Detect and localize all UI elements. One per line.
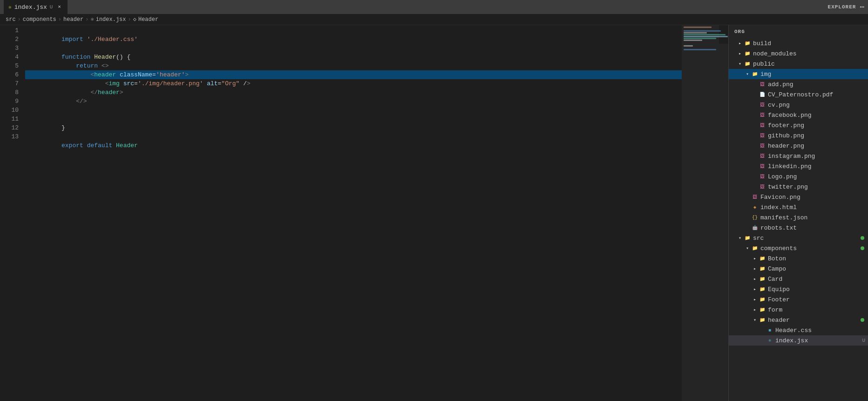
- file-icon-linkedin-png: 🖼: [759, 163, 766, 170]
- label-src: src: [753, 235, 861, 242]
- folder-icon-campo: 📁: [759, 265, 766, 272]
- label-robots-txt: robots.txt: [760, 224, 868, 231]
- tree-item-footer[interactable]: 📁 Footer: [729, 294, 868, 305]
- code-line-13: export default Header: [25, 132, 728, 141]
- label-img: img: [760, 71, 868, 78]
- tab-close-button[interactable]: ×: [55, 3, 63, 11]
- file-icon-footer-png: 🖼: [759, 122, 766, 129]
- tree-item-boton[interactable]: 📁 Boton: [729, 253, 868, 264]
- sidebar-title: ORG: [734, 29, 745, 34]
- tab-index-jsx[interactable]: ⚛ index.jsx U ×: [4, 0, 68, 14]
- tree-item-cv-pdf[interactable]: 📄 CV_Paternostro.pdf: [729, 89, 868, 100]
- tree-item-github-png[interactable]: 🖼 github.png: [729, 130, 868, 141]
- no-chevron: [751, 111, 759, 119]
- file-icon-github-png: 🖼: [759, 132, 766, 139]
- tree-item-public[interactable]: 📁 public: [729, 59, 868, 69]
- code-line-1: import './Header.css': [25, 26, 728, 35]
- breadcrumb-components[interactable]: components: [23, 16, 56, 23]
- tree-item-node-modules[interactable]: 📁 node_modules: [729, 48, 868, 59]
- breadcrumb-symbol[interactable]: Header: [138, 16, 158, 23]
- tree-item-instagram-png[interactable]: 🖼 instagram.png: [729, 151, 868, 161]
- tree-item-linkedin-png[interactable]: 🖼 linkedin.png: [729, 161, 868, 171]
- label-footer-png: footer.png: [768, 122, 868, 129]
- chevron-campo: [751, 265, 759, 272]
- code-content[interactable]: import './Header.css' function Header() …: [23, 25, 728, 401]
- label-index-html: index.html: [760, 204, 868, 211]
- tree-item-add-png[interactable]: 🖼 add.png: [729, 79, 868, 89]
- tree-item-build[interactable]: 📁 build: [729, 38, 868, 48]
- code-line-5: <header className='header'>: [25, 61, 728, 70]
- folder-icon-footer: 📁: [759, 296, 766, 303]
- tree-item-header-folder[interactable]: 📁 header: [729, 315, 868, 325]
- tree-item-header-png[interactable]: 🖼 header.png: [729, 141, 868, 151]
- breadcrumb-file[interactable]: index.jsx: [96, 16, 126, 23]
- badge-header: [861, 318, 864, 322]
- tree-item-footer-png[interactable]: 🖼 footer.png: [729, 120, 868, 130]
- breadcrumb-src[interactable]: src: [6, 16, 16, 23]
- label-build: build: [753, 40, 868, 47]
- modified-indicator: U: [862, 338, 865, 343]
- tree-item-equipo[interactable]: 📁 Equipo: [729, 284, 868, 294]
- label-index-jsx-active: index.jsx: [775, 337, 862, 344]
- code-line-4: return <>: [25, 53, 728, 61]
- tree-item-form[interactable]: 📁 form: [729, 305, 868, 315]
- tree-item-src[interactable]: 📁 src: [729, 233, 868, 243]
- code-line-9: [25, 97, 728, 106]
- tab-label: index.jsx: [14, 4, 47, 11]
- no-chevron: [751, 132, 759, 139]
- tree-item-facebook-png[interactable]: 🖼 facebook.png: [729, 110, 868, 120]
- badge-src: [861, 236, 864, 240]
- label-instagram-png: instagram.png: [768, 153, 868, 160]
- tree-item-components[interactable]: 📁 components: [729, 243, 868, 253]
- folder-icon-public: 📁: [744, 60, 751, 68]
- file-icon-logo-png: 🖼: [759, 173, 766, 180]
- file-icon-twitter-png: 🖼: [759, 183, 766, 190]
- label-form: form: [768, 306, 868, 313]
- file-icon-instagram-png: 🖼: [759, 152, 766, 160]
- file-icon-add-png: 🖼: [759, 81, 766, 88]
- file-icon-manifest-json: {}: [751, 214, 759, 221]
- tree-item-twitter-png[interactable]: 🖼 twitter.png: [729, 182, 868, 192]
- tree-item-logo-png[interactable]: 🖼 Logo.png: [729, 171, 868, 182]
- no-chevron: [744, 204, 751, 211]
- tab-modified-indicator: U: [50, 4, 53, 10]
- breadcrumb: src › components › header › ⚛ index.jsx …: [0, 14, 868, 25]
- chevron-public: [736, 60, 744, 68]
- tree-item-manifest-json[interactable]: {} manifest.json: [729, 212, 868, 223]
- chevron-card: [751, 275, 759, 283]
- main-content: 1 2 3 4 5 6 7 8 9 10 11 12 13 import './…: [0, 25, 868, 401]
- breadcrumb-file-icon: ⚛: [90, 16, 94, 23]
- label-components: components: [760, 245, 861, 252]
- chevron-equipo: [751, 285, 759, 293]
- folder-icon-header: 📁: [759, 316, 766, 324]
- chevron-boton: [751, 255, 759, 262]
- folder-icon-components: 📁: [751, 245, 759, 252]
- editor-area[interactable]: 1 2 3 4 5 6 7 8 9 10 11 12 13 import './…: [0, 25, 728, 401]
- tree-item-robots-txt[interactable]: 🤖 robots.txt: [729, 223, 868, 233]
- folder-icon-form: 📁: [759, 306, 766, 313]
- code-line-12: [25, 123, 728, 132]
- tree-item-index-html[interactable]: ◈ index.html: [729, 202, 868, 212]
- tree-item-index-jsx-active[interactable]: ⚛ index.jsx U: [729, 335, 868, 346]
- tree-item-campo[interactable]: 📁 Campo: [729, 264, 868, 274]
- no-chevron: [751, 173, 759, 180]
- breadcrumb-header-folder[interactable]: header: [63, 16, 83, 23]
- tree-item-header-css[interactable]: ■ Header.css: [729, 325, 868, 335]
- label-header-png: header.png: [768, 143, 868, 150]
- chevron-footer: [751, 296, 759, 303]
- tree-item-img[interactable]: 📁 img: [729, 69, 868, 79]
- no-chevron: [751, 152, 759, 160]
- file-icon-favicon-png: 🖼: [751, 193, 759, 201]
- more-options-button[interactable]: ⋯: [860, 2, 864, 12]
- breadcrumb-sep3: ›: [85, 16, 88, 23]
- tree-item-card[interactable]: 📁 Card: [729, 274, 868, 284]
- jsx-file-icon: ⚛: [8, 4, 12, 10]
- code-line-11: }: [25, 115, 728, 123]
- folder-icon-equipo: 📁: [759, 285, 766, 293]
- tree-item-favicon-png[interactable]: 🖼 Favicon.png: [729, 192, 868, 202]
- folder-icon-src: 📁: [744, 234, 751, 242]
- file-icon-facebook-png: 🖼: [759, 111, 766, 119]
- label-boton: Boton: [768, 255, 868, 262]
- tree-item-cv-png[interactable]: 🖼 cv.png: [729, 100, 868, 110]
- file-icon-index-jsx-active: ⚛: [766, 337, 773, 344]
